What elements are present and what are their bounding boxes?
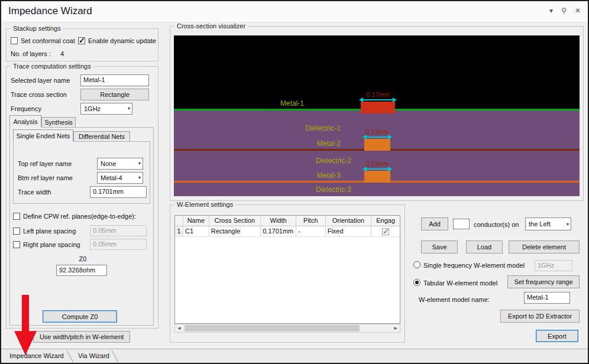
metal-3-trace-rect — [364, 171, 390, 183]
right-plane-spacing-checkbox[interactable]: Right plane spacing — [13, 241, 80, 248]
tab-synthesis[interactable]: Synthesis — [41, 117, 76, 128]
z0-value-field: 92.3268ohm — [56, 265, 107, 276]
export-button[interactable]: Export — [536, 330, 578, 342]
arrow-right-icon — [388, 135, 392, 139]
conductor-count-input[interactable] — [453, 219, 470, 229]
btm-ref-select[interactable]: Metal-4 ▾ — [97, 172, 143, 184]
tab-single-ended-nets[interactable]: Single Ended Nets — [13, 129, 73, 142]
tabular-model-radio[interactable] — [413, 279, 420, 286]
cell-pitch: - — [296, 226, 326, 236]
metal-1-label: Metal-1 — [280, 99, 304, 108]
scroll-thumb[interactable] — [185, 325, 360, 332]
visualizer-group-label: Cross-section visualizer — [174, 22, 248, 30]
cross-section-label: Trace cross section — [11, 91, 67, 98]
set-frequency-range-button[interactable]: Set frequency range — [507, 275, 580, 288]
metal-1-trace-rect — [361, 102, 395, 113]
load-button[interactable]: Load — [466, 240, 503, 254]
column-header-cross-section[interactable]: Cross Section — [209, 216, 261, 226]
right-plane-spacing-field: 0.05mm — [90, 239, 147, 250]
side-value: the Left — [529, 220, 551, 228]
stackup-group-label: Stackup settings — [11, 25, 63, 32]
cpw-ref-planes-checkbox[interactable]: Define CPW ref. planes(edge-to-edge): — [13, 213, 136, 220]
pin-icon[interactable]: ⚲ — [561, 6, 567, 15]
single-frequency-radio[interactable] — [413, 261, 420, 268]
enable-dynamic-update-checkbox[interactable]: Enable dynamic update — [78, 37, 156, 44]
num-layers-label: No. of layers : — [11, 50, 51, 57]
compute-z0-button[interactable]: Compute Z0 — [43, 310, 117, 323]
column-header-orientation[interactable]: Orientation — [326, 216, 372, 226]
column-header-name[interactable]: Name — [183, 216, 209, 226]
checkbox-label: Enable dynamic update — [88, 37, 156, 44]
scroll-left-icon[interactable]: ◄ — [177, 326, 182, 331]
model-name-label: W-element model name: — [419, 296, 490, 303]
engaged-checkbox — [382, 228, 389, 235]
conductors-on-label: conductor(s) on — [474, 221, 519, 228]
tab-differential-nets[interactable]: Differential Nets — [73, 131, 130, 142]
cell-orientation: Fixed — [326, 226, 372, 236]
arrow-right-icon — [388, 167, 392, 171]
titlebar: Impedance Wizard ▾ ⚲ ✕ — [1, 1, 588, 22]
model-name-field[interactable]: Metal-1 — [524, 292, 570, 304]
checkbox-label: Left plane spacing — [23, 228, 76, 235]
frequency-value: 1GHz — [84, 105, 101, 112]
checkbox-box — [11, 37, 18, 44]
set-conformal-coat-checkbox[interactable]: Set conformal coat — [11, 37, 75, 44]
dielectric-1-label: Dielectric-1 — [305, 124, 341, 132]
add-button[interactable]: Add — [421, 217, 448, 230]
checkbox-label: Right plane spacing — [23, 241, 80, 248]
chevron-down-icon: ▾ — [128, 106, 130, 111]
save-button[interactable]: Save — [421, 240, 458, 254]
selected-layer-field[interactable]: Metal-1 — [80, 74, 149, 86]
tab-via-wizard[interactable]: Via Wizard — [78, 352, 109, 359]
table-hscrollbar[interactable]: ◄ ► — [174, 324, 400, 333]
welement-group-label: W-Element settings — [174, 201, 235, 208]
row-number-header — [175, 216, 183, 226]
metal-2-label: Metal-2 — [317, 139, 341, 148]
trace-group-label: Trace computation settings — [11, 63, 93, 70]
frequency-select[interactable]: 1GHz ▾ — [80, 103, 132, 115]
column-header-width[interactable]: Width — [261, 216, 296, 226]
checkbox-label: Set conformal coat — [21, 37, 75, 44]
tab-impedance-wizard[interactable]: Impedance Wizard — [9, 352, 64, 359]
delete-element-button[interactable]: Delete element — [509, 240, 580, 254]
top-ref-select[interactable]: None ▾ — [97, 158, 143, 170]
num-layers-value: 4 — [60, 50, 64, 57]
left-plane-spacing-checkbox[interactable]: Left plane spacing — [13, 228, 76, 235]
tabular-model-label: Tabular W-element model — [423, 280, 497, 287]
cross-section-canvas: 0.17mm 0.13mm 0.13mm Metal-1 Dielectric-… — [174, 35, 580, 196]
arrow-left-icon — [363, 135, 367, 139]
metal-2-width-dimension: 0.13mm — [364, 128, 390, 138]
dropdown-icon[interactable]: ▾ — [549, 6, 553, 15]
arrow-right-icon — [393, 98, 397, 102]
selected-layer-label: Selected layer name — [11, 77, 70, 84]
cell-width: 0.1701mm — [261, 226, 296, 236]
frequency-label: Frequency — [11, 105, 41, 112]
row-number-cell: 1 — [175, 226, 183, 236]
chevron-down-icon: ▾ — [138, 175, 141, 180]
cross-section-button[interactable]: Rectangle — [80, 89, 149, 100]
chevron-down-icon: ▾ — [567, 222, 569, 227]
tab-analysis[interactable]: Analysis — [9, 115, 41, 128]
column-header-engaged[interactable]: Engag — [371, 216, 400, 226]
checkbox-box — [78, 37, 85, 44]
column-header-pitch[interactable]: Pitch — [296, 216, 326, 226]
close-icon[interactable]: ✕ — [575, 6, 581, 15]
left-plane-spacing-field: 0.05mm — [90, 225, 147, 236]
btm-ref-value: Metal-4 — [101, 174, 122, 181]
cell-cross-section: Rectangle — [209, 226, 261, 236]
export-2d-extractor-button[interactable]: Export to 2D Extractor — [500, 310, 580, 323]
scroll-right-icon[interactable]: ► — [393, 326, 398, 331]
trace-width-field[interactable]: 0.1701mm — [90, 186, 147, 198]
metal-1-width-dimension: 0.17mm — [361, 91, 395, 101]
impedance-wizard-window: Impedance Wizard ▾ ⚲ ✕ Stackup settings … — [0, 0, 589, 364]
cell-name: C1 — [183, 226, 209, 236]
bottom-tab-bar: Impedance Wizard Via Wizard — [1, 349, 588, 363]
checkbox-box — [13, 228, 20, 235]
side-select[interactable]: the Left ▾ — [525, 217, 571, 230]
single-frequency-field: 1GHz — [535, 260, 572, 271]
dielectric-3-band — [174, 183, 580, 196]
table-row[interactable]: 1 C1 Rectangle 0.1701mm - Fixed — [175, 226, 400, 237]
dimension-text: 0.13mm — [365, 160, 389, 167]
use-width-pitch-button[interactable]: Use width/pitch in W-element — [33, 331, 130, 343]
btm-ref-label: Btm ref layer name — [18, 174, 73, 181]
